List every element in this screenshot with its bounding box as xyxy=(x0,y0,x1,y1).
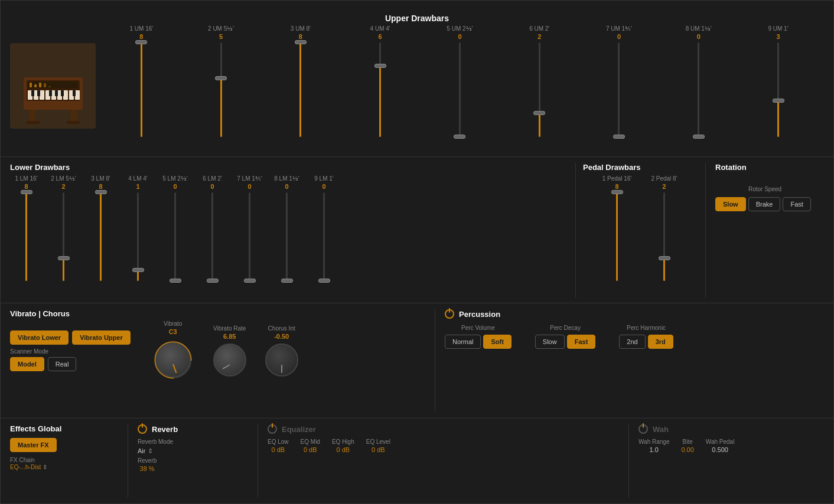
drawbar-handle[interactable] xyxy=(454,135,465,139)
eq-mid-value: 0 dB xyxy=(304,446,317,453)
svg-rect-11 xyxy=(31,90,34,96)
drawbar-item: 3 LM 8' 8 xyxy=(84,175,117,281)
drawbar-handle[interactable] xyxy=(58,256,70,260)
drawbar-label: 4 UM 4' xyxy=(370,25,390,32)
vibrato-panel: Vibrato | Chorus Vibrato Lower Vibrato U… xyxy=(10,309,435,412)
slow-button[interactable]: Slow xyxy=(715,197,746,211)
vibrato-knob[interactable] xyxy=(155,342,191,378)
pedal-drawbars-title: Pedal Drawbars xyxy=(583,163,698,172)
brake-button[interactable]: Brake xyxy=(748,197,781,211)
drawbar-item: 1 UM 16' 8 xyxy=(123,25,159,137)
drawbar-value: 8 xyxy=(615,183,618,190)
drawbar-label: 6 UM 2' xyxy=(529,25,549,32)
vibrato-label: Vibrato xyxy=(164,320,183,327)
drawbar-handle[interactable] xyxy=(95,190,107,194)
rotation-title: Rotation xyxy=(715,163,815,172)
drawbar-value: 8 xyxy=(139,33,143,40)
rotor-speed-label: Rotor Speed xyxy=(715,186,815,192)
drawbar-value: 0 xyxy=(322,183,325,190)
percussion-title: Percussion xyxy=(459,310,500,319)
master-fx-button[interactable]: Master FX xyxy=(10,438,57,452)
vibrato-value: C3 xyxy=(169,328,177,335)
drawbar-handle[interactable] xyxy=(215,76,227,80)
drawbar-item: 3 UM 8' 8 xyxy=(283,25,318,137)
drawbar-label: 3 LM 8' xyxy=(91,175,110,182)
rotor-speed-buttons: Slow Brake Fast xyxy=(715,197,815,211)
drawbar-value: 0 xyxy=(697,33,701,40)
drawbar-handle[interactable] xyxy=(244,279,256,283)
model-button[interactable]: Model xyxy=(10,357,44,371)
drawbar-handle[interactable] xyxy=(295,40,307,44)
chorus-int-label: Chorus Int xyxy=(268,325,295,332)
percussion-power-icon[interactable] xyxy=(445,309,454,319)
perc-decay-fast[interactable]: Fast xyxy=(567,335,596,349)
perc-decay-slow[interactable]: Slow xyxy=(535,335,565,349)
perc-harmonic-2nd[interactable]: 2nd xyxy=(619,335,645,349)
svg-rect-12 xyxy=(37,90,40,96)
perc-harmonic-3rd[interactable]: 3rd xyxy=(648,335,673,349)
upper-drawbars-group: 1 UM 16' 8 2 UM 5⅓' 5 3 UM 8' 8 4 UM 4' xyxy=(96,25,824,137)
equalizer-power-icon[interactable] xyxy=(268,424,277,434)
drawbar-label: 9 LM 1' xyxy=(314,175,333,182)
real-button[interactable]: Real xyxy=(48,357,77,371)
drawbar-handle[interactable] xyxy=(21,190,32,194)
fast-button[interactable]: Fast xyxy=(783,197,810,211)
drawbar-label: 7 UM 1⅗' xyxy=(606,25,632,32)
drawbar-handle[interactable] xyxy=(613,135,625,139)
drawbar-value: 8 xyxy=(299,33,302,40)
reverb-panel: Reverb Reverb Mode Air ⇕ Reverb 38 % xyxy=(128,424,258,498)
drawbar-item: 7 LM 1⅗' 0 xyxy=(233,175,266,281)
vibrato-upper-button[interactable]: Vibrato Upper xyxy=(72,330,131,345)
reverb-power-icon[interactable] xyxy=(138,424,147,434)
drawbar-handle[interactable] xyxy=(693,135,705,139)
drawbar-item: 6 UM 2' 2 xyxy=(522,25,557,137)
wah-power-icon[interactable] xyxy=(638,424,648,434)
svg-rect-8 xyxy=(63,90,68,100)
drawbar-value: 0 xyxy=(285,183,288,190)
pedal-drawbars-panel: Pedal Drawbars 1 Pedal 16' 8 2 Pedal 8' … xyxy=(576,163,706,298)
svg-rect-20 xyxy=(39,83,41,87)
drawbar-value: 6 xyxy=(379,33,382,40)
upper-drawbars-section: Upper Drawbars xyxy=(1,1,833,157)
bottom-row: Effects Global Master FX FX Chain EQ-...… xyxy=(1,418,833,503)
reverb-mode-value: Air ⇕ xyxy=(138,447,248,455)
scanner-mode-label: Scanner Mode xyxy=(10,348,48,355)
lower-drawbars-panel: Lower Drawbars 1 LM 16' 8 2 LM 5⅓' 2 3 L… xyxy=(10,163,576,298)
drawbar-item: 2 LM 5⅓' 2 xyxy=(47,175,80,281)
drawbar-handle[interactable] xyxy=(207,279,219,283)
rotation-panel: Rotation Rotor Speed Slow Brake Fast xyxy=(706,163,824,298)
middle-row: Vibrato | Chorus Vibrato Lower Vibrato U… xyxy=(1,303,833,418)
perc-harmonic-group: Perc Harmonic 2nd 3rd xyxy=(619,325,673,349)
reverb-label: Reverb xyxy=(138,457,157,464)
drawbar-value: 0 xyxy=(210,183,214,190)
perc-volume-soft[interactable]: Soft xyxy=(483,335,511,349)
vibrato-rate-knob[interactable] xyxy=(213,343,246,377)
drawbar-handle[interactable] xyxy=(132,268,144,272)
drawbar-handle[interactable] xyxy=(659,256,670,260)
svg-rect-26 xyxy=(67,121,80,124)
perc-volume-normal[interactable]: Normal xyxy=(445,335,481,349)
eq-high-value: 0 dB xyxy=(337,446,350,453)
drawbar-handle[interactable] xyxy=(281,279,293,283)
drawbar-label: 2 UM 5⅓' xyxy=(208,25,234,32)
vibrato-rate-value: 6.85 xyxy=(223,333,236,340)
wah-range-label: Wah Range xyxy=(638,438,669,445)
svg-rect-18 xyxy=(30,83,32,87)
drawbar-item: 4 UM 4' 6 xyxy=(363,25,398,137)
drawbar-handle[interactable] xyxy=(611,190,623,194)
drawbar-value: 1 xyxy=(136,183,139,190)
drawbar-label: 4 LM 4' xyxy=(128,175,147,182)
chorus-int-knob[interactable] xyxy=(265,343,298,377)
wah-panel: Wah Wah Range 1.0 Bite 0.00 Wah Pedal 0.… xyxy=(629,424,824,498)
drawbar-handle[interactable] xyxy=(318,279,330,283)
drawbar-handle[interactable] xyxy=(773,99,784,103)
drawbar-handle[interactable] xyxy=(170,279,181,283)
eq-high-label: EQ High xyxy=(332,438,354,445)
drawbar-label: 1 LM 16' xyxy=(15,175,37,182)
drawbar-label: 5 UM 2⅔' xyxy=(447,25,473,32)
drawbar-label: 6 LM 2' xyxy=(203,175,221,182)
vibrato-lower-button[interactable]: Vibrato Lower xyxy=(10,330,69,345)
drawbar-handle[interactable] xyxy=(135,40,147,44)
drawbar-handle[interactable] xyxy=(533,111,545,115)
drawbar-handle[interactable] xyxy=(374,64,386,68)
